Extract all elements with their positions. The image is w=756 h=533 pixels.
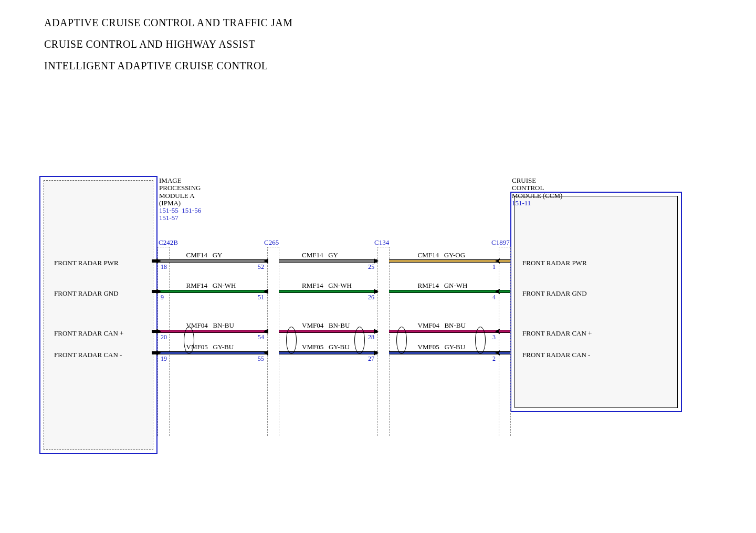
- wire-cann-exit: [152, 352, 158, 354]
- wire-label: VMF05 GY-BU: [418, 343, 466, 351]
- wire-label: VMF04 BN-BU: [418, 321, 466, 330]
- arrow-icon: [264, 329, 268, 334]
- wiring-diagram: IMAGE PROCESSING MODULE A (IPMA) 151-55 …: [39, 176, 685, 454]
- wire-canp-exit: [152, 330, 158, 332]
- pin-number: 2: [492, 355, 496, 363]
- module-ccm-name-2: CONTROL: [512, 184, 544, 192]
- connector-c134: C134: [377, 247, 389, 436]
- wire-pwr-seg2: CMF14 GY25: [279, 260, 377, 262]
- connector-c134-label: C134: [374, 238, 389, 247]
- pin-number: 3: [492, 333, 496, 341]
- twist-icon: [286, 327, 297, 354]
- module-ipma-ref-1: 151-55: [159, 206, 178, 214]
- module-ipma-ref-3: 151-57: [159, 214, 178, 222]
- wire-canp-entry: [499, 330, 510, 332]
- wire-pwr-seg3: CMF14 GY-OG1: [389, 260, 499, 262]
- arrow-icon: [264, 258, 268, 264]
- module-ipma-name-4: (IPMA): [159, 199, 181, 207]
- pin-number: 28: [368, 333, 374, 341]
- pin-number: 9: [161, 294, 164, 301]
- module-ipma-outer: [39, 176, 158, 454]
- arrow-icon: [374, 350, 379, 356]
- wire-label: VMF05 GY-BU: [302, 343, 350, 351]
- wire-label: RMF14 GN-WH: [418, 281, 468, 290]
- wire-pwr-entry: [499, 260, 510, 262]
- module-ipma-name-1: IMAGE: [159, 176, 182, 184]
- ccm-pin-pwr: FRONT RADAR PWR: [522, 259, 587, 267]
- arrow-icon: [264, 289, 268, 294]
- wire-gnd-exit: [152, 290, 158, 292]
- twist-icon: [396, 327, 407, 354]
- arrow-icon: [374, 329, 379, 334]
- wire-label: CMF14 GY: [186, 251, 223, 259]
- wire-label: VMF04 BN-BU: [186, 321, 234, 330]
- module-ccm-outer: [510, 192, 682, 412]
- module-ipma-ref-2: 151-56: [182, 206, 201, 214]
- pin-number: 25: [368, 263, 374, 271]
- wire-gnd-entry: [499, 290, 510, 292]
- title-line-1: ADAPTIVE CRUISE CONTROL AND TRAFFIC JAM: [44, 17, 292, 29]
- module-ipma-name-3: MODULE A: [159, 192, 195, 200]
- wire-gnd-seg2: RMF14 GN-WH26: [279, 290, 377, 292]
- arrow-icon: [374, 258, 379, 264]
- ipma-pin-gnd: FRONT RADAR GND: [54, 289, 119, 298]
- pin-number: 51: [258, 294, 264, 301]
- module-ccm-name-1: CRUISE: [512, 176, 536, 184]
- connector-c265-label: C265: [264, 238, 279, 247]
- connector-c1897-label: C1897: [491, 238, 510, 247]
- ipma-pin-canp: FRONT RADAR CAN +: [54, 329, 123, 338]
- wire-cann-seg1: VMF05 GY-BU1955: [158, 352, 267, 354]
- wire-pwr-seg1: CMF14 GY1852: [158, 260, 267, 262]
- pin-number: 52: [258, 263, 264, 271]
- connector-c265: C265: [267, 247, 279, 436]
- title-block: ADAPTIVE CRUISE CONTROL AND TRAFFIC JAM …: [44, 17, 292, 81]
- ipma-pin-cann: FRONT RADAR CAN -: [54, 351, 122, 359]
- wire-canp-seg1: VMF04 BN-BU2054: [158, 330, 267, 332]
- wire-gnd-seg1: RMF14 GN-WH951: [158, 290, 267, 292]
- ccm-pin-gnd: FRONT RADAR GND: [522, 289, 587, 298]
- title-line-3: INTELLIGENT ADAPTIVE CRUISE CONTROL: [44, 60, 292, 72]
- module-ccm-ref-1: 151-11: [512, 199, 531, 207]
- pin-number: 4: [492, 294, 496, 301]
- wire-gnd-seg3: RMF14 GN-WH4: [389, 290, 499, 292]
- pin-number: 26: [368, 294, 374, 301]
- pin-number: 1: [492, 263, 496, 271]
- twist-icon: [475, 327, 486, 354]
- pin-number: 54: [258, 333, 264, 341]
- wire-label: RMF14 GN-WH: [302, 281, 352, 290]
- wire-label: RMF14 GN-WH: [186, 281, 236, 290]
- module-ipma-inner: [44, 180, 153, 450]
- pin-number: 55: [258, 355, 264, 363]
- pin-number: 20: [161, 333, 167, 341]
- arrow-icon: [374, 289, 379, 294]
- title-line-2: CRUISE CONTROL AND HIGHWAY ASSIST: [44, 38, 292, 50]
- pin-number: 18: [161, 263, 167, 271]
- module-ipma-label: IMAGE PROCESSING MODULE A (IPMA) 151-55 …: [159, 177, 201, 222]
- wire-cann-entry: [499, 352, 510, 354]
- module-ipma-name-2: PROCESSING: [159, 184, 201, 192]
- module-ccm-label: CRUISE CONTROL MODULE (CCM) 151-11: [512, 177, 562, 207]
- module-ccm-inner: [514, 196, 678, 408]
- pin-number: 27: [368, 355, 374, 363]
- wire-label: CMF14 GY-OG: [418, 251, 466, 259]
- pin-number: 19: [161, 355, 167, 363]
- ipma-pin-pwr: FRONT RADAR PWR: [54, 259, 119, 267]
- wire-label: VMF04 BN-BU: [302, 321, 350, 330]
- twist-icon: [354, 327, 365, 354]
- wire-pwr-exit: [152, 260, 158, 262]
- ccm-pin-canp: FRONT RADAR CAN +: [522, 329, 592, 338]
- connector-c1897: C1897: [499, 247, 510, 436]
- arrow-icon: [264, 350, 268, 356]
- connector-c242b: C242B: [158, 247, 169, 436]
- wire-label: CMF14 GY: [302, 251, 338, 259]
- module-ccm-name-3: MODULE (CCM): [512, 192, 562, 200]
- twist-icon: [184, 327, 194, 354]
- connector-c242b-label: C242B: [159, 238, 178, 247]
- ccm-pin-cann: FRONT RADAR CAN -: [522, 351, 590, 359]
